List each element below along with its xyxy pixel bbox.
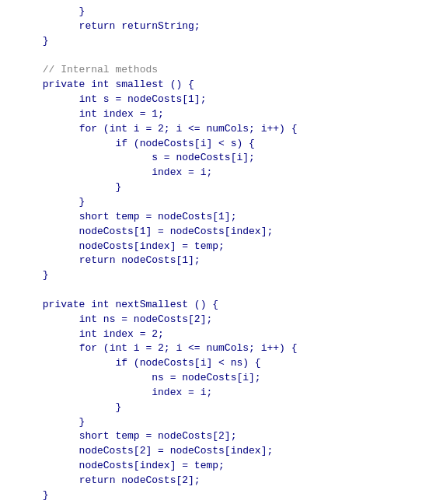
code-line-11: s = nodeCosts[i]; [0, 151, 436, 166]
code-line-24: for (int i = 2; i <= numCols; i++) { [0, 341, 436, 356]
code-line-26: ns = nodeCosts[i]; [0, 371, 436, 386]
code-line-31: nodeCosts[2] = nodeCosts[index]; [0, 444, 436, 459]
code-line-21: private int nextSmallest () { [0, 298, 436, 313]
code-editor: } return returnString; } // Internal met… [0, 3, 436, 504]
code-line-20 [0, 283, 436, 298]
code-line-7: int s = nodeCosts[1]; [0, 93, 436, 107]
code-line-17: nodeCosts[index] = temp; [0, 240, 436, 254]
code-line-5: // Internal methods [0, 63, 436, 78]
code-line-13: } [0, 180, 436, 195]
code-line-22: int ns = nodeCosts[2]; [0, 313, 436, 327]
code-line-9: for (int i = 2; i <= numCols; i++) { [0, 122, 436, 137]
code-line-1: } [0, 5, 436, 19]
code-line-16: nodeCosts[1] = nodeCosts[index]; [0, 225, 436, 240]
code-line-29: } [0, 415, 436, 430]
code-line-4 [0, 49, 436, 64]
code-line-28: } [0, 401, 436, 415]
code-line-14: } [0, 195, 436, 210]
code-line-6: private int smallest () { [0, 78, 436, 93]
code-line-30: short temp = nodeCosts[2]; [0, 429, 436, 444]
code-line-34: } [0, 488, 436, 503]
code-line-12: index = i; [0, 166, 436, 180]
code-line-27: index = i; [0, 386, 436, 401]
code-line-19: } [0, 268, 436, 283]
code-line-23: int index = 2; [0, 327, 436, 342]
code-line-15: short temp = nodeCosts[1]; [0, 210, 436, 225]
code-line-25: if (nodeCosts[i] < ns) { [0, 356, 436, 371]
code-line-10: if (nodeCosts[i] < s) { [0, 137, 436, 152]
code-line-18: return nodeCosts[1]; [0, 254, 436, 268]
code-line-8: int index = 1; [0, 107, 436, 122]
code-line-2: return returnString; [0, 19, 436, 34]
code-line-33: return nodeCosts[2]; [0, 474, 436, 488]
code-line-32: nodeCosts[index] = temp; [0, 459, 436, 474]
code-line-3: } [0, 34, 436, 49]
